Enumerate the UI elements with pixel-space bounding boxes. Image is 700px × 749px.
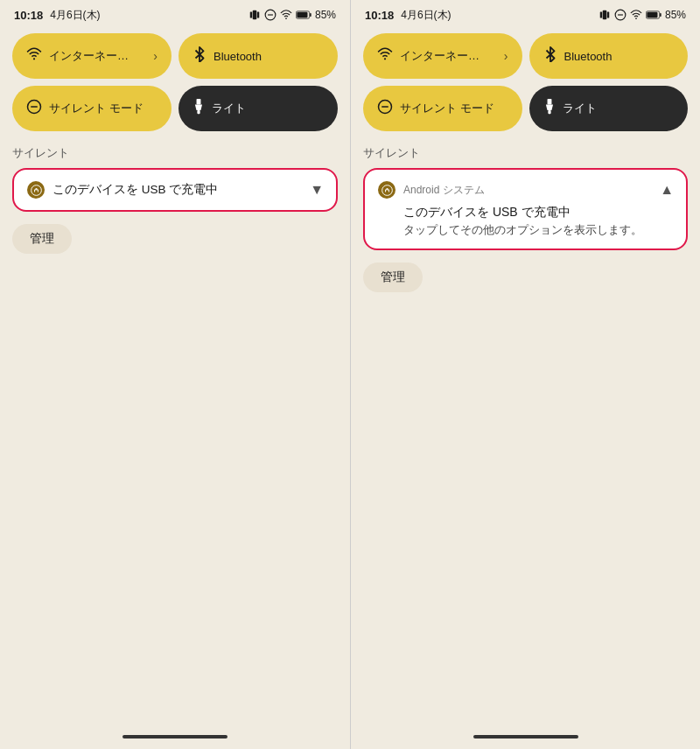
bluetooth-tile-left[interactable]: Bluetooth <box>178 33 338 79</box>
svg-rect-18 <box>607 12 609 18</box>
wifi-chevron-left[interactable]: › <box>153 49 158 63</box>
notif-expand-left[interactable]: ▼ <box>310 182 324 198</box>
date-right: 4月6日(木) <box>401 8 451 23</box>
wifi-tile-right[interactable]: インターネー… › <box>363 33 522 79</box>
manage-button-left[interactable]: 管理 <box>12 224 72 254</box>
svg-point-32 <box>382 185 392 195</box>
torch-tile-right[interactable]: ライト <box>529 86 689 131</box>
svg-rect-25 <box>660 13 662 17</box>
notif-body-right: このデバイスを USB で充電中 タップしてその他のオプションを表示します。 <box>377 205 674 238</box>
wifi-icon-right <box>377 46 393 66</box>
section-label-left: サイレント <box>12 145 338 161</box>
minus-circle-icon <box>264 9 276 21</box>
svg-rect-19 <box>603 10 607 20</box>
silent-tile-right[interactable]: サイレント モード <box>363 86 522 131</box>
notif-body-title-right: このデバイスを USB で充電中 <box>403 205 674 220</box>
bluetooth-label-right: Bluetooth <box>564 50 612 63</box>
svg-rect-31 <box>548 110 550 114</box>
svg-point-15 <box>31 185 41 195</box>
notif-header-right: Android システム ▲ <box>377 180 674 200</box>
silent-label-right: サイレント モード <box>400 101 494 116</box>
notification-area-left: サイレント このデバイスを USB で充電中 ▼ 管理 <box>0 135 350 728</box>
notification-area-right: サイレント Android システム ▲ このデバイスを USB で充電中 タッ… <box>351 135 700 728</box>
right-panel: 10:18 4月6日(木) 85% インターネー… › Bluetooth <box>350 0 700 749</box>
wifi-status-icon-right <box>630 9 642 21</box>
svg-rect-2 <box>253 10 257 20</box>
notif-body-sub-right: タップしてその他のオプションを表示します。 <box>403 222 674 238</box>
svg-rect-1 <box>257 12 259 18</box>
battery-right: 85% <box>665 9 686 21</box>
wifi-icon-left <box>26 46 42 66</box>
svg-rect-17 <box>600 12 602 18</box>
left-panel: 10:18 4月6日(木) 85% インターネー… › Bluetooth <box>0 0 350 749</box>
wifi-label-left: インターネー… <box>49 48 129 64</box>
svg-marker-30 <box>545 104 552 110</box>
torch-tile-left[interactable]: ライト <box>178 86 338 131</box>
quick-settings-right: インターネー… › Bluetooth サイレント モード ライト <box>351 26 700 135</box>
svg-marker-13 <box>195 104 202 110</box>
notification-card-left[interactable]: このデバイスを USB で充電中 ▼ <box>12 168 338 212</box>
svg-rect-8 <box>310 13 312 17</box>
notif-icon-right <box>377 180 396 200</box>
date-left: 4月6日(木) <box>50 8 100 23</box>
status-time-left: 10:18 4月6日(木) <box>14 8 101 23</box>
minus-circle-icon-right <box>614 9 626 21</box>
torch-label-right: ライト <box>563 101 597 116</box>
status-time-right: 10:18 4月6日(木) <box>365 8 452 23</box>
torch-icon-right <box>543 99 556 119</box>
quick-settings-left: インターネー… › Bluetooth サイレント モード ライト <box>0 26 350 135</box>
notif-icon-left <box>26 180 46 200</box>
wifi-status-icon <box>280 9 292 21</box>
notification-card-right[interactable]: Android システム ▲ このデバイスを USB で充電中 タップしてその他… <box>363 168 688 250</box>
usb-icon-right <box>378 181 396 199</box>
home-bar-left <box>0 728 350 749</box>
torch-label-left: ライト <box>212 101 246 116</box>
vibrate-icon-right <box>598 9 611 21</box>
battery-left: 85% <box>315 9 336 21</box>
battery-icon-left <box>296 9 312 21</box>
time-left: 10:18 <box>14 9 43 22</box>
bluetooth-tile-right[interactable]: Bluetooth <box>529 33 689 79</box>
home-bar-line-right <box>473 735 578 738</box>
wifi-chevron-right[interactable]: › <box>504 49 508 63</box>
time-right: 10:18 <box>365 9 394 22</box>
wifi-tile-left[interactable]: インターネー… › <box>12 33 172 79</box>
svg-rect-12 <box>197 99 201 105</box>
silent-tile-left[interactable]: サイレント モード <box>12 86 172 131</box>
battery-icon-right <box>646 9 662 21</box>
torch-icon-left <box>192 99 205 119</box>
svg-point-26 <box>384 58 386 60</box>
status-bar-left: 10:18 4月6日(木) 85% <box>0 0 350 26</box>
status-icons-right: 85% <box>598 9 686 21</box>
svg-rect-7 <box>297 12 307 18</box>
svg-point-22 <box>635 18 637 19</box>
wifi-label-right: インターネー… <box>400 48 480 64</box>
notif-title-left: このデバイスを USB で充電中 <box>52 182 303 198</box>
svg-point-9 <box>33 58 35 60</box>
svg-point-5 <box>285 18 287 19</box>
silent-icon-left <box>26 99 42 119</box>
bluetooth-icon-right <box>543 46 557 66</box>
svg-rect-14 <box>197 110 200 114</box>
bluetooth-icon-left <box>192 46 206 66</box>
silent-label-left: サイレント モード <box>49 101 144 116</box>
manage-button-right[interactable]: 管理 <box>363 262 423 292</box>
notif-header-left: このデバイスを USB で充電中 ▼ <box>26 180 324 200</box>
svg-rect-24 <box>647 12 657 18</box>
silent-icon-right <box>377 99 393 119</box>
notif-app-label-right: Android システム <box>403 183 653 198</box>
usb-icon-left <box>27 181 45 199</box>
svg-rect-29 <box>547 99 551 105</box>
notif-expand-right[interactable]: ▲ <box>660 182 674 198</box>
status-icons-left: 85% <box>248 9 336 21</box>
bluetooth-label-left: Bluetooth <box>214 50 262 63</box>
status-bar-right: 10:18 4月6日(木) 85% <box>351 0 700 26</box>
home-bar-line-left <box>122 735 228 738</box>
svg-rect-0 <box>250 12 252 18</box>
home-bar-right <box>351 728 700 749</box>
vibrate-icon <box>248 9 261 21</box>
section-label-right: サイレント <box>363 145 688 161</box>
